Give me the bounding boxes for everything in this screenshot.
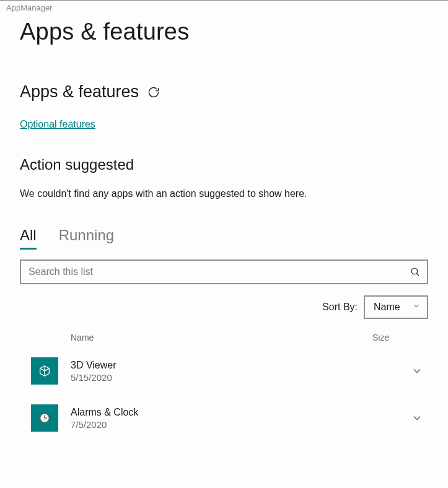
app-row[interactable]: 3D Viewer 5/15/2020: [20, 351, 428, 398]
app-name: 3D Viewer: [71, 360, 406, 371]
sort-select[interactable]: Name: [364, 295, 428, 319]
refresh-icon[interactable]: [147, 86, 160, 98]
section-heading: Apps & features: [20, 82, 139, 102]
chevron-down-icon[interactable]: [406, 412, 428, 424]
svg-line-1: [416, 273, 419, 276]
sort-label: Sort By:: [322, 302, 358, 313]
app-date: 5/15/2020: [71, 372, 406, 383]
action-empty-message: We couldn't find any apps with an action…: [20, 188, 428, 199]
tab-all[interactable]: All: [20, 227, 37, 250]
app-date: 7/5/2020: [71, 419, 406, 430]
window-title: AppManager: [0, 1, 448, 14]
tab-running[interactable]: Running: [59, 227, 114, 250]
search-field-wrap[interactable]: [20, 259, 428, 284]
app-name: Alarms & Clock: [71, 407, 406, 418]
column-header-name: Name: [71, 333, 372, 342]
action-suggested-heading: Action suggested: [20, 156, 428, 173]
svg-point-0: [411, 268, 418, 274]
optional-features-link[interactable]: Optional features: [20, 119, 95, 130]
cube-icon: [31, 357, 58, 385]
search-icon: [410, 266, 421, 277]
page-title: Apps & features: [20, 19, 428, 45]
chevron-down-icon: [412, 302, 421, 313]
clock-icon: [31, 404, 58, 432]
app-row[interactable]: Alarms & Clock 7/5/2020: [20, 398, 428, 445]
chevron-down-icon[interactable]: [406, 365, 428, 377]
search-input[interactable]: [29, 266, 401, 277]
column-header-size: Size: [372, 333, 428, 342]
sort-value: Name: [374, 302, 400, 313]
filter-tabs: All Running: [20, 227, 428, 250]
